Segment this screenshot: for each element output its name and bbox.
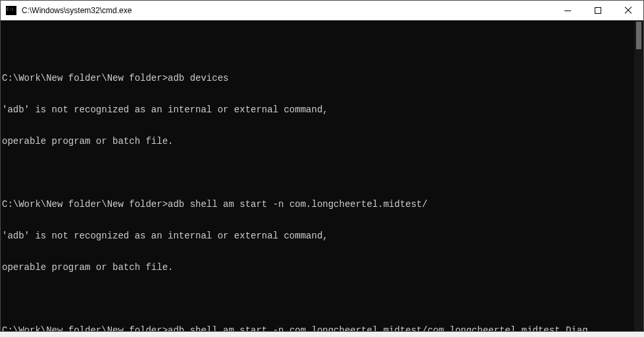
close-icon xyxy=(624,7,632,14)
cmd-window: C:\Windows\system32\cmd.exe C:\Work\New … xyxy=(0,0,644,332)
window-controls xyxy=(553,1,643,20)
prompt: C:\Work\New folder\New folder> xyxy=(2,325,168,331)
command-line: C:\Work\New folder\New folder>adb shell … xyxy=(2,199,642,210)
output-line: 'adb' is not recognized as an internal o… xyxy=(2,104,642,115)
title-bar[interactable]: C:\Windows\system32\cmd.exe xyxy=(1,1,643,20)
output-line: operable program or batch file. xyxy=(2,136,642,146)
blank-line xyxy=(2,294,642,304)
command-line: C:\Work\New folder\New folder>adb device… xyxy=(2,73,642,83)
terminal-content: C:\Work\New folder\New folder>adb device… xyxy=(1,20,643,331)
prompt: C:\Work\New folder\New folder> xyxy=(2,73,168,83)
command-text: adb shell am start -n com.longcheertel.m… xyxy=(168,325,588,331)
scrollbar-thumb[interactable] xyxy=(636,22,641,49)
blank-line xyxy=(2,168,642,178)
command-text: adb devices xyxy=(168,73,228,83)
output-line: operable program or batch file. xyxy=(2,262,642,273)
maximize-icon xyxy=(595,7,601,14)
command-line: C:\Work\New folder\New folder>adb shell … xyxy=(2,325,642,331)
prompt: C:\Work\New folder\New folder> xyxy=(2,199,168,210)
output-line: 'adb' is not recognized as an internal o… xyxy=(2,231,642,241)
minimize-icon xyxy=(564,11,571,11)
command-text: adb shell am start -n com.longcheertel.m… xyxy=(168,199,428,210)
minimize-button[interactable] xyxy=(553,1,583,20)
close-button[interactable] xyxy=(613,1,643,20)
cmd-icon xyxy=(6,6,16,15)
window-title: C:\Windows\system32\cmd.exe xyxy=(22,6,553,15)
scrollbar-track[interactable] xyxy=(634,20,643,331)
terminal-area[interactable]: C:\Work\New folder\New folder>adb device… xyxy=(1,20,643,331)
maximize-button[interactable] xyxy=(583,1,613,20)
blank-line xyxy=(2,41,642,52)
